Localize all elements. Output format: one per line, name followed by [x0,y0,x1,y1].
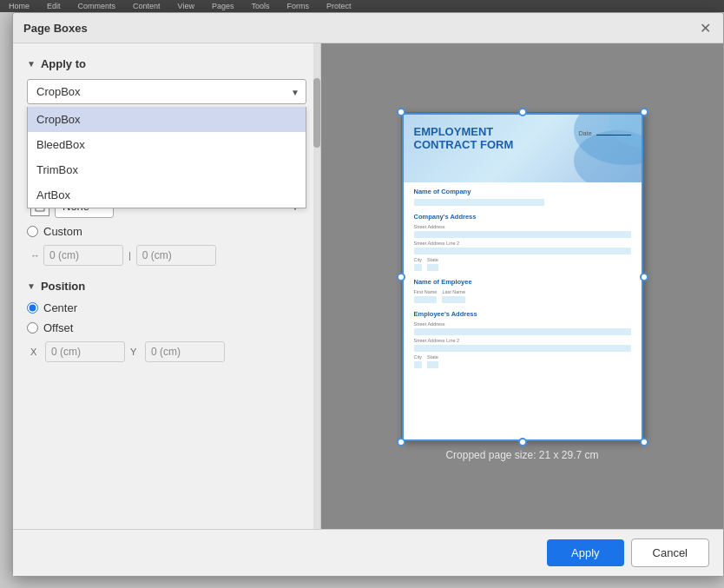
emp-city-state-row: City State [414,354,631,368]
height-input-wrapper [136,245,216,266]
last-name-field [442,296,465,303]
offset-label[interactable]: Offset [43,321,73,334]
offset-radio[interactable] [27,322,38,334]
company-name-label: Name of Company [414,188,631,195]
width-input[interactable] [44,246,122,265]
first-name-field [414,296,438,303]
app-topbar: Home Edit Comments Content View Pages To… [0,0,724,12]
apply-to-section: ▼ Apply to CropBox BleedBox TrimBox ArtB… [27,57,306,104]
handle-bottom-left[interactable] [397,438,405,446]
dim-separator: | [127,250,133,261]
custom-row: Custom [27,225,306,238]
first-name-col: First Name [414,289,438,303]
y-coord-input[interactable] [146,342,224,361]
emp-street-field [414,328,631,335]
first-name-label: First Name [414,289,438,294]
state-col: State [427,257,438,271]
right-panel: EMPLOYMENT CONTRACT FORM Date Na [321,43,723,529]
employee-name-label: Name of Employee [414,278,631,286]
street-address2-field [414,248,631,254]
dropdown-item-trimbox[interactable]: TrimBox [28,157,306,182]
handle-top-middle[interactable] [518,108,527,116]
position-arrow: ▼ [27,281,36,291]
dialog-title: Page Boxes [23,22,88,35]
emp-city-label: City [414,354,422,360]
company-address-label: Company's Address [414,213,631,221]
handle-middle-left[interactable] [397,273,405,281]
form-title-line2: CONTRACT FORM [414,138,514,152]
y-coord-input-wrap [145,341,225,362]
cancel-button[interactable]: Cancel [631,538,709,567]
form-date: Date [579,130,631,136]
city-label: City [414,257,422,262]
preview-wrapper: EMPLOYMENT CONTRACT FORM Date Na [401,112,644,442]
emp-street2-label: Street Address Line 2 [414,338,631,343]
emp-state-field [427,361,438,368]
handle-bottom-middle[interactable] [518,438,527,446]
street-address2-label: Street Address Line 2 [414,241,631,246]
dialog-footer: Apply Cancel [13,529,723,576]
apply-to-label: Apply to [41,57,86,70]
handle-bottom-right[interactable] [640,438,648,446]
handle-middle-right[interactable] [640,273,648,281]
date-line [596,135,631,135]
company-address-group: Company's Address Street Address Street … [414,213,631,271]
x-coord-input[interactable] [46,342,124,361]
employee-name-group: Name of Employee First Name Last Name [414,278,631,303]
dialog-titlebar: Page Boxes ✕ [13,13,723,43]
center-row: Center [27,301,306,314]
state-field [427,264,438,271]
custom-radio[interactable] [27,226,38,237]
width-input-wrapper [43,245,123,266]
page-size-info: Cropped page size: 21 x 29.7 cm [445,449,598,461]
height-input[interactable] [137,246,215,265]
emp-street-label: Street Address [414,321,631,327]
apply-to-dropdown-list: CropBox BleedBox TrimBox ArtBox [27,107,306,208]
center-radio[interactable] [27,302,38,314]
form-content: Name of Company Company's Address Street… [414,188,631,434]
street-address-field [414,231,631,238]
offset-row: Offset [27,321,306,334]
dim-inputs-row: ↔ | [27,245,306,266]
employee-address-group: Employee's Address Street Address Street… [414,310,631,368]
position-label: Position [41,280,85,293]
employee-address-label: Employee's Address [414,310,631,318]
dialog-close-button[interactable]: ✕ [697,20,713,36]
coord-row: X Y [27,341,306,362]
x-coord-field: X [30,341,125,362]
emp-city-col: City [414,354,422,368]
page-boxes-dialog: Page Boxes ✕ ▼ Apply to CropBox BleedBox… [12,12,724,577]
apply-to-header: ▼ Apply to [27,57,306,70]
form-wave-svg [504,113,643,182]
emp-state-label: State [427,354,438,360]
position-header: ▼ Position [27,280,306,293]
preview-document: EMPLOYMENT CONTRACT FORM Date Na [401,112,644,442]
y-coord-label: Y [130,347,142,357]
scrollbar-thumb[interactable] [313,78,320,148]
last-name-label: Last Name [442,289,465,294]
dropdown-item-bleedbox[interactable]: BleedBox [28,132,306,157]
date-label: Date [579,130,592,136]
emp-state-col: State [427,354,438,368]
dialog-body: ▼ Apply to CropBox BleedBox TrimBox ArtB… [13,43,723,529]
company-name-group: Name of Company [414,188,631,206]
apply-button[interactable]: Apply [547,539,624,566]
emp-street2-field [414,345,631,352]
y-coord-field: Y [130,341,225,362]
handle-top-right[interactable] [640,108,648,116]
form-title: EMPLOYMENT CONTRACT FORM [414,125,514,152]
center-label[interactable]: Center [43,301,77,314]
left-panel: ▼ Apply to CropBox BleedBox TrimBox ArtB… [13,43,321,529]
state-label: State [427,257,438,262]
dropdown-item-cropbox[interactable]: CropBox [28,107,306,132]
form-title-line1: EMPLOYMENT [414,125,514,139]
city-field [414,264,422,271]
street-address-label: Street Address [414,224,631,229]
scrollbar-track[interactable] [313,43,320,529]
dropdown-item-artbox[interactable]: ArtBox [28,182,306,208]
apply-to-dropdown-wrapper: CropBox BleedBox TrimBox ArtBox ▼ CropBo… [27,79,306,104]
apply-to-select[interactable]: CropBox BleedBox TrimBox ArtBox [27,79,306,104]
company-name-field [414,199,544,206]
handle-top-left[interactable] [397,108,405,116]
custom-label[interactable]: Custom [43,225,82,238]
